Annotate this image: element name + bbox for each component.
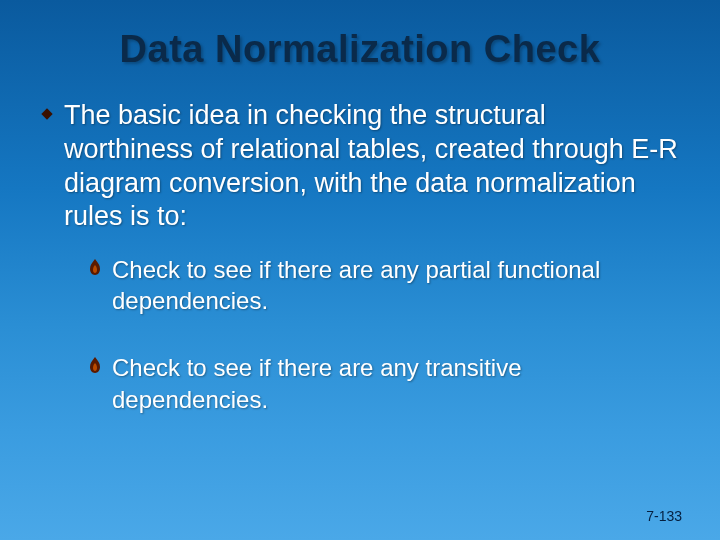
main-bullet: The basic idea in checking the structura… — [40, 99, 680, 234]
slide-title: Data Normalization Check — [40, 28, 680, 71]
flame-icon — [88, 356, 102, 374]
sub-bullet-text: Check to see if there are any partial fu… — [112, 254, 680, 316]
sub-list: Check to see if there are any partial fu… — [88, 254, 680, 415]
main-bullet-text: The basic idea in checking the structura… — [64, 99, 680, 234]
flame-icon — [88, 258, 102, 276]
sub-bullet: Check to see if there are any partial fu… — [88, 254, 680, 316]
diamond-icon — [40, 107, 54, 121]
svg-rect-0 — [41, 108, 52, 119]
slide-number: 7-133 — [646, 508, 682, 524]
slide: Data Normalization Check The basic idea … — [0, 0, 720, 540]
sub-bullet: Check to see if there are any transitive… — [88, 352, 680, 414]
sub-bullet-text: Check to see if there are any transitive… — [112, 352, 680, 414]
